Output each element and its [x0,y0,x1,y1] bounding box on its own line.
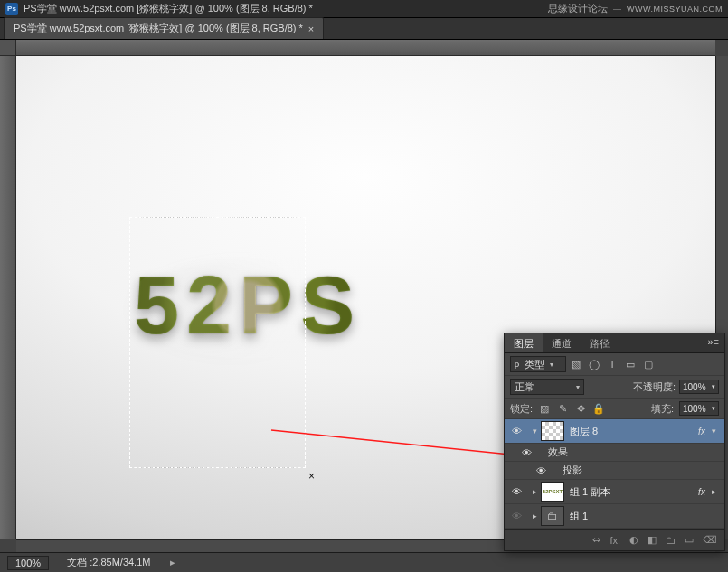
delete-icon[interactable]: ⌫ [703,534,717,546]
opacity-label: 不透明度: [633,380,676,394]
panel-bottom-toolbar: ⇔ fx. ◐ ◧ 🗀 ▭ ⌫ [505,529,724,550]
selection-marquee[interactable] [129,217,306,468]
visibility-toggle[interactable]: 👁 [505,486,528,497]
ruler-vertical[interactable] [0,56,16,539]
fill-value: 100% [683,404,706,414]
doc-size-display: 文档 :2.85M/34.1M [67,556,150,569]
filter-adjust-icon[interactable]: ◯ [588,358,600,370]
filter-text-icon[interactable]: T [606,358,619,370]
layer-name[interactable]: 图层 8 [570,425,692,438]
chevron-right-icon[interactable]: ▸ [712,487,724,496]
chevron-down-icon: ▾ [550,361,553,369]
opacity-value: 100% [683,382,706,392]
watermark-right: WWW.MISSYUAN.COM [627,5,723,14]
ruler-horizontal[interactable] [16,40,715,56]
lock-paint-icon[interactable]: ✎ [556,402,569,415]
tab-paths[interactable]: 路径 [581,333,619,352]
layer-thumbnail[interactable] [541,421,564,441]
panel-menu-icon[interactable]: »≡ [702,333,724,352]
filter-shape-icon[interactable]: ▭ [624,358,637,370]
link-layers-icon[interactable]: ⇔ [592,534,600,546]
visibility-toggle[interactable]: 👁 [505,511,528,521]
close-tab-icon[interactable]: × [308,23,314,34]
window-title: PS学堂 www.52psxt.com [猕猴桃字效] @ 100% (图层 8… [24,2,313,15]
filter-row: ρ 类型 ▾ ▧ ◯ T ▭ ▢ [505,353,724,376]
layer-row[interactable]: 👁 ▸ 52PSXT 组 1 副本 fx ▸ [505,480,724,504]
chevron-down-icon[interactable]: ▾ [712,427,724,436]
panel-tabs: 图层 通道 路径 »≡ [505,333,724,353]
ruler-corner [0,40,16,56]
blend-row: 正常 ▾ 不透明度: 100%▾ [505,376,724,399]
document-tab-strip: PS学堂 www.52psxt.com [猕猴桃字效] @ 100% (图层 8… [0,18,728,40]
filter-smart-icon[interactable]: ▢ [642,358,655,370]
ps-app-icon: Ps [5,3,18,15]
expand-toggle[interactable]: ▾ [528,427,541,436]
document-tab[interactable]: PS学堂 www.52psxt.com [猕猴桃字效] @ 100% (图层 8… [4,17,324,39]
fx-badge[interactable]: fx [692,427,712,436]
zoom-display[interactable]: 100% [7,556,49,570]
chevron-down-icon: ▾ [576,383,580,391]
new-layer-icon[interactable]: ▭ [685,534,694,546]
watermark-left: 思缘设计论坛 [548,3,608,14]
fx-menu-icon[interactable]: fx. [610,535,620,546]
expand-toggle[interactable]: ▸ [528,511,541,520]
group-icon[interactable]: 🗀 [666,535,676,546]
layer-name[interactable]: 组 1 [570,510,724,523]
filter-image-icon[interactable]: ▧ [570,358,582,370]
layer-effect-shadow[interactable]: 👁 投影 [505,462,724,480]
layer-name[interactable]: 组 1 副本 [570,485,692,499]
lock-row: 锁定: ▨ ✎ ✥ 🔒 填充: 100%▾ [505,399,724,419]
opacity-input[interactable]: 100%▾ [679,380,719,394]
blend-mode-value: 正常 [515,380,534,394]
layers-panel[interactable]: 图层 通道 路径 »≡ ρ 类型 ▾ ▧ ◯ T ▭ ▢ 正常 ▾ 不透明度: … [504,333,725,551]
kind-label: 类型 [525,358,544,371]
lock-label: 锁定: [510,402,533,416]
layer-row[interactable]: 👁 ▾ 图层 8 fx ▾ [505,419,724,444]
fill-label: 填充: [651,402,674,416]
visibility-toggle[interactable]: 👁 [532,465,550,476]
document-tab-label: PS学堂 www.52psxt.com [猕猴桃字效] @ 100% (图层 8… [14,22,303,35]
status-bar: 100% 文档 :2.85M/34.1M ▸ [0,552,728,572]
tab-channels[interactable]: 通道 [543,333,581,352]
layer-row[interactable]: 👁 ▸ 🗀 组 1 [505,504,724,529]
blend-mode-dropdown[interactable]: 正常 ▾ [510,379,584,395]
lock-trans-icon[interactable]: ▨ [538,402,551,415]
fx-badge[interactable]: fx [692,487,712,497]
expand-toggle[interactable]: ▸ [528,487,541,496]
visibility-toggle[interactable]: 👁 [505,426,528,436]
adjustment-icon[interactable]: ◧ [648,534,657,546]
fill-input[interactable]: 100%▾ [679,401,719,416]
mask-icon[interactable]: ◐ [629,534,638,546]
visibility-toggle[interactable]: 👁 [517,447,535,458]
watermark: 思缘设计论坛 — WWW.MISSYUAN.COM [548,2,723,15]
effects-text: 效果 [548,445,568,459]
filter-icons: ▧ ◯ T ▭ ▢ [570,358,655,370]
lock-move-icon[interactable]: ✥ [574,402,587,415]
folder-icon[interactable]: 🗀 [541,506,564,526]
layer-list: 👁 ▾ 图层 8 fx ▾ 👁 效果 👁 投影 👁 ▸ 52PSXT 组 1 副… [505,419,724,529]
layer-effects-label[interactable]: 👁 效果 [505,444,724,462]
tab-layers[interactable]: 图层 [505,333,543,352]
layer-thumbnail[interactable]: 52PSXT [541,482,564,502]
svg-line-0 [271,430,519,455]
kind-dropdown[interactable]: ρ 类型 ▾ [510,356,566,372]
status-menu-icon[interactable]: ▸ [168,557,177,568]
lock-all-icon[interactable]: 🔒 [592,402,605,415]
marquee-cursor-mark: × [308,470,315,483]
shadow-text: 投影 [563,464,582,477]
